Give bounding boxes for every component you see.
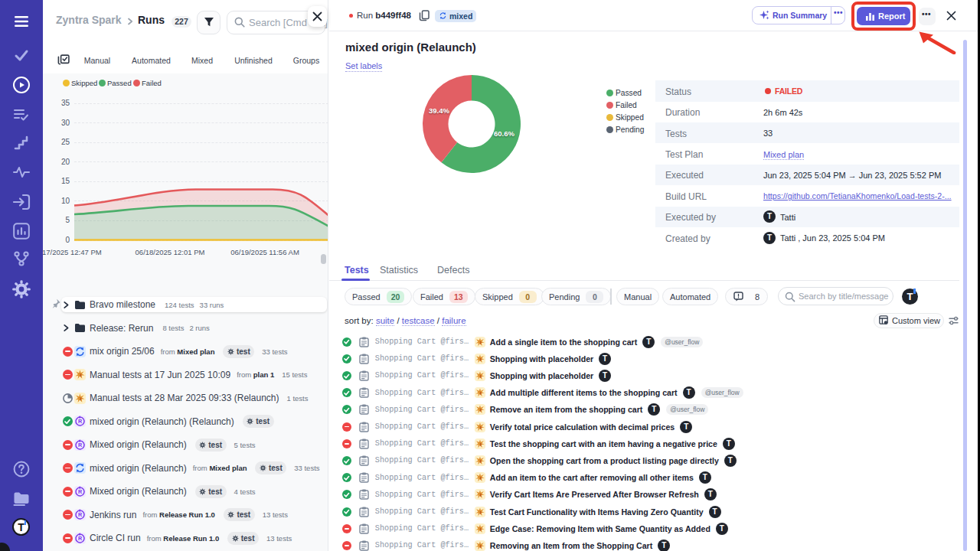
svg-text:R: R <box>78 511 83 518</box>
svg-text:R: R <box>78 535 83 542</box>
svg-text:R: R <box>78 488 83 495</box>
svg-text:R: R <box>78 418 83 425</box>
svg-text:R: R <box>78 442 83 448</box>
